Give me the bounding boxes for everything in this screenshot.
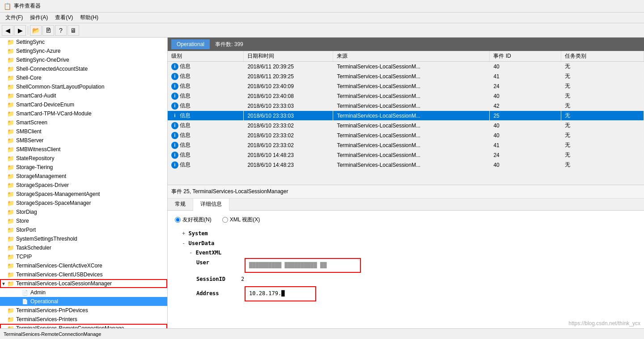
folder-icon-StateRepository: 📁 bbox=[7, 155, 14, 161]
sidebar-item-StorageManagement[interactable]: ▶📁StorageManagement bbox=[0, 172, 167, 181]
col-category[interactable]: 任务类别 bbox=[561, 51, 644, 62]
sidebar-item-Shell-ConnectedAccountState[interactable]: ▶📁Shell-ConnectedAccountState bbox=[0, 64, 167, 73]
back-button[interactable]: ◀ bbox=[2, 25, 13, 36]
menu-bar: 文件(F) 操作(A) 查看(V) 帮助(H) bbox=[0, 13, 644, 23]
col-datetime[interactable]: 日期和时间 bbox=[244, 51, 333, 62]
sidebar-item-SmartScreen[interactable]: ▶📁SmartScreen bbox=[0, 118, 167, 127]
sidebar-item-TerminalServices-PnPDevices[interactable]: ▶📁TerminalServices-PnPDevices bbox=[0, 306, 167, 315]
col-source[interactable]: 来源 bbox=[333, 51, 490, 62]
sidebar-item-SMBServer[interactable]: ▶📁SMBServer bbox=[0, 136, 167, 145]
col-level[interactable]: 级别 bbox=[168, 51, 244, 62]
col-eventid[interactable]: 事件 ID bbox=[490, 51, 561, 62]
folder-icon-SmartCard-DeviceEnum: 📁 bbox=[7, 102, 14, 108]
cell-eventid-4: 42 bbox=[490, 101, 561, 111]
operational-tab[interactable]: Operational bbox=[171, 39, 210, 49]
cell-level-5: i 信息 bbox=[168, 111, 244, 121]
tree-arrow-SmartScreen: ▶ bbox=[0, 119, 7, 126]
sidebar-item-StorPort[interactable]: ▶📁StorPort bbox=[0, 225, 167, 234]
tree-arrow-StorageManagement: ▶ bbox=[0, 173, 7, 180]
system-expand[interactable]: + bbox=[182, 230, 185, 237]
cell-datetime-1: 2018/6/11 20:39:25 bbox=[244, 72, 333, 81]
tree-arrow-SettingSync: ▶ bbox=[0, 38, 7, 46]
tree-arrow-SmartCard-TPM-VCard-Module: ▶ bbox=[0, 110, 7, 117]
sidebar-item-TerminalServices-Printers[interactable]: ▶📁TerminalServices-Printers bbox=[0, 315, 167, 324]
sidebar-label-StorageManagement: StorageManagement bbox=[16, 173, 66, 179]
sidebar-item-TerminalServices-ClientActiveXCore[interactable]: ▶📁TerminalServices-ClientActiveXCore bbox=[0, 261, 167, 270]
address-value-box: 10.28.179.█ bbox=[245, 286, 316, 301]
sidebar-item-SmartCard-DeviceEnum[interactable]: ▶📁SmartCard-DeviceEnum bbox=[0, 100, 167, 109]
sidebar-item-SettingSync-OneDrive[interactable]: ▶📁SettingSync-OneDrive bbox=[0, 55, 167, 64]
sidebar-item-TerminalServices-ClientUSBDevices[interactable]: ▶📁TerminalServices-ClientUSBDevices bbox=[0, 270, 167, 279]
sidebar-item-StorDiag[interactable]: ▶📁StorDiag bbox=[0, 208, 167, 216]
tree-arrow-TerminalServices-Printers: ▶ bbox=[0, 316, 7, 323]
tree-arrow-ShellCommon-StartLayoutPopulation: ▶ bbox=[0, 83, 7, 90]
sidebar-label-StateRepository: StateRepository bbox=[16, 155, 54, 161]
sidebar-item-SMBWitnessClient[interactable]: ▶📁SMBWitnessClient bbox=[0, 145, 167, 154]
sidebar-item-ShellCommon-StartLayoutPopulation[interactable]: ▶📁ShellCommon-StartLayoutPopulation bbox=[0, 82, 167, 91]
sidebar-item-Admin[interactable]: 📄Admin bbox=[0, 288, 167, 297]
eventxml-expand[interactable]: - bbox=[189, 250, 192, 256]
cell-category-4: 无 bbox=[561, 101, 644, 111]
new-button[interactable]: 🖹 bbox=[42, 25, 54, 36]
help-button[interactable]: ? bbox=[55, 25, 67, 36]
menu-view[interactable]: 查看(V) bbox=[51, 13, 76, 22]
info-icon-7: i bbox=[171, 132, 178, 139]
tree-arrow-StorageSpaces-Driver: ▶ bbox=[0, 182, 7, 189]
sessionid-value: 2 bbox=[241, 275, 244, 284]
sidebar-item-SMBClient[interactable]: ▶📁SMBClient bbox=[0, 127, 167, 136]
friendly-view-option[interactable]: 友好视图(N) bbox=[175, 216, 212, 224]
menu-file[interactable]: 文件(F) bbox=[2, 13, 26, 22]
event-row-9[interactable]: i 信息2018/6/10 14:48:23TerminalServices-L… bbox=[168, 150, 644, 160]
event-row-5[interactable]: i 信息2018/6/10 23:33:03TerminalServices-L… bbox=[168, 111, 644, 121]
sidebar-item-SettingSync-Azure[interactable]: ▶📁SettingSync-Azure bbox=[0, 47, 167, 55]
sidebar-item-TerminalServices-RemoteConnectionManager[interactable]: ▶📁TerminalServices-RemoteConnectionManag… bbox=[0, 324, 167, 328]
event-row-7[interactable]: i 信息2018/6/10 23:33:02TerminalServices-L… bbox=[168, 131, 644, 140]
event-row-0[interactable]: i 信息2018/6/11 20:39:25TerminalServices-L… bbox=[168, 62, 644, 72]
sidebar-label-SmartCard-TPM-VCard-Module: SmartCard-TPM-VCard-Module bbox=[16, 110, 92, 117]
sidebar-label-SettingSync: SettingSync bbox=[16, 39, 45, 45]
menu-action[interactable]: 操作(A) bbox=[26, 13, 51, 22]
sidebar-label-TaskScheduler: TaskScheduler bbox=[16, 245, 51, 251]
sidebar-item-Shell-Core[interactable]: ▶📁Shell-Core bbox=[0, 73, 167, 82]
xml-tree: + System - UserData - EventXML User bbox=[175, 229, 637, 301]
sessionid-row: SessionID 2 bbox=[175, 275, 637, 284]
event-row-1[interactable]: i 信息2018/6/11 20:39:25TerminalServices-L… bbox=[168, 72, 644, 81]
sidebar-item-SettingSync[interactable]: ▶📁SettingSync bbox=[0, 38, 167, 47]
cell-datetime-10: 2018/6/10 14:48:23 bbox=[244, 160, 333, 170]
tab-detail[interactable]: 详细信息 bbox=[193, 199, 229, 211]
monitor-button[interactable]: 🖥 bbox=[68, 25, 79, 36]
sidebar-item-SmartCard-Audit[interactable]: ▶📁SmartCard-Audit bbox=[0, 91, 167, 100]
menu-help[interactable]: 帮助(H) bbox=[76, 13, 102, 22]
sidebar-item-Storage-Tiering[interactable]: ▶📁Storage-Tiering bbox=[0, 163, 167, 172]
info-icon-8: i bbox=[171, 142, 178, 149]
sidebar-item-StorageSpaces-ManagementAgent[interactable]: ▶📁StorageSpaces-ManagementAgent bbox=[0, 190, 167, 199]
sidebar: ▶📁SettingSync▶📁SettingSync-Azure▶📁Settin… bbox=[0, 38, 168, 328]
sidebar-item-StorageSpaces-SpaceManager[interactable]: ▶📁StorageSpaces-SpaceManager bbox=[0, 199, 167, 208]
cell-source-6: TerminalServices-LocalSessionM... bbox=[333, 121, 490, 131]
sidebar-item-Operational[interactable]: 📄Operational bbox=[0, 297, 167, 306]
folder-icon-TerminalServices-PnPDevices: 📁 bbox=[7, 307, 14, 314]
sidebar-item-TerminalServices-LocalSessionManager[interactable]: ▼📁TerminalServices-LocalSessionManager bbox=[0, 279, 167, 288]
tree-arrow-TCPIP: ▶ bbox=[0, 253, 7, 260]
tab-general[interactable]: 常规 bbox=[168, 199, 193, 210]
cell-eventid-1: 41 bbox=[490, 72, 561, 81]
event-row-6[interactable]: i 信息2018/6/10 23:33:02TerminalServices-L… bbox=[168, 121, 644, 131]
open-button[interactable]: 📂 bbox=[30, 25, 42, 36]
sidebar-item-SmartCard-TPM-VCard-Module[interactable]: ▶📁SmartCard-TPM-VCard-Module bbox=[0, 109, 167, 118]
sidebar-item-SystemSettingsThreshold[interactable]: ▶📁SystemSettingsThreshold bbox=[0, 234, 167, 243]
event-row-10[interactable]: i 信息2018/6/10 14:48:23TerminalServices-L… bbox=[168, 160, 644, 170]
event-row-2[interactable]: i 信息2018/6/10 23:40:09TerminalServices-L… bbox=[168, 81, 644, 91]
sidebar-item-TCPIP[interactable]: ▶📁TCPIP bbox=[0, 252, 167, 261]
sidebar-item-StorageSpaces-Driver[interactable]: ▶📁StorageSpaces-Driver bbox=[0, 181, 167, 190]
status-bar: TerminalSenices-RemoteConnectionManage bbox=[0, 328, 644, 339]
tree-arrow-TerminalServices-PnPDevices: ▶ bbox=[0, 307, 7, 314]
forward-button[interactable]: ▶ bbox=[14, 25, 26, 36]
event-row-4[interactable]: i 信息2018/6/10 23:33:03TerminalServices-L… bbox=[168, 101, 644, 111]
sidebar-item-StateRepository[interactable]: ▶📁StateRepository bbox=[0, 154, 167, 163]
event-row-3[interactable]: i 信息2018/6/10 23:40:08TerminalServices-L… bbox=[168, 91, 644, 101]
event-row-8[interactable]: i 信息2018/6/10 23:33:02TerminalServices-L… bbox=[168, 140, 644, 150]
xml-view-option[interactable]: XML 视图(X) bbox=[222, 216, 260, 224]
sidebar-item-Store[interactable]: ▶📁Store bbox=[0, 216, 167, 225]
userdata-expand[interactable]: - bbox=[182, 240, 185, 246]
sidebar-item-TaskScheduler[interactable]: ▶📁TaskScheduler bbox=[0, 243, 167, 252]
